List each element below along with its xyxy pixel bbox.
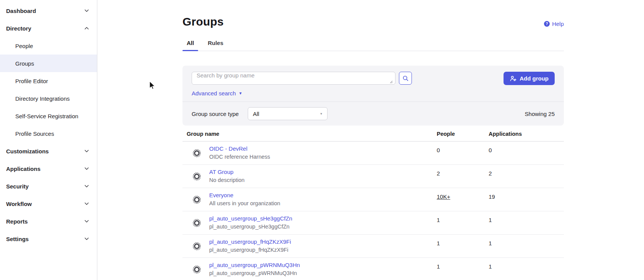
applications-count-cell: 2 — [489, 165, 564, 188]
tab-bar: AllRules — [182, 36, 564, 51]
people-count-cell: 0 — [437, 142, 489, 164]
add-group-button[interactable]: Add group — [504, 72, 555, 85]
table-row: pl_auto_usergroup_sHe3ggCfZn pl_auto_use… — [182, 211, 564, 235]
sidebar-item-groups[interactable]: Groups — [0, 55, 97, 72]
help-link-label: Help — [552, 21, 564, 27]
group-name-link[interactable]: pl_auto_usergroup_fHqZKzX9Fi — [209, 238, 291, 246]
column-header-people: People — [437, 131, 489, 137]
main-area: Groups ? Help AllRules — [98, 0, 644, 280]
applications-count-cell: 1 — [489, 211, 564, 234]
group-source-type-select[interactable]: All ▼ — [248, 107, 328, 120]
group-name-link[interactable]: pl_auto_usergroup_sHe3ggCfZn — [209, 214, 292, 223]
table-row: pl_auto_usergroup_pWRNMuQ3Hn pl_auto_use… — [182, 258, 564, 280]
group-name-cell: OIDC - DevRel OIDC reference Harness — [182, 142, 437, 164]
sidebar-item-profile-sources[interactable]: Profile Sources — [0, 125, 97, 142]
applications-count-cell: 0 — [489, 142, 564, 164]
chevron-down-icon — [84, 8, 89, 13]
people-count: 1 — [437, 240, 440, 246]
sidebar-item-customizations[interactable]: Customizations — [0, 142, 97, 160]
column-header-group-name: Group name — [182, 131, 437, 137]
group-avatar-icon — [192, 219, 201, 227]
advanced-search-link[interactable]: Advanced search ▼ — [192, 90, 242, 97]
groups-table: Group name People Applications OIDC - De… — [182, 126, 564, 280]
group-avatar-icon — [192, 195, 201, 204]
applications-count: 2 — [489, 170, 492, 177]
search-input[interactable] — [192, 72, 395, 85]
chevron-down-icon — [84, 166, 89, 171]
sidebar-item-dashboard[interactable]: Dashboard — [0, 2, 97, 19]
sidebar-item-label: Directory Integrations — [15, 95, 70, 102]
applications-count: 19 — [489, 193, 495, 200]
chevron-down-icon — [84, 201, 89, 206]
people-count: 1 — [437, 217, 440, 223]
column-header-applications: Applications — [489, 131, 564, 137]
sidebar-item-label: Applications — [6, 166, 40, 172]
applications-count-cell: 1 — [489, 235, 564, 257]
caret-down-icon: ▼ — [239, 91, 242, 95]
group-description: OIDC reference Harness — [209, 153, 270, 161]
search-field-wrap — [192, 72, 395, 86]
people-count: 0 — [437, 147, 440, 153]
table-body: OIDC - DevRel OIDC reference Harness 0 0… — [182, 142, 564, 280]
sidebar-item-label: Security — [6, 183, 29, 190]
help-link[interactable]: ? Help — [544, 21, 564, 27]
tab-rules[interactable]: Rules — [203, 36, 228, 51]
group-description: No description — [209, 176, 245, 185]
applications-count: 1 — [489, 217, 492, 223]
sidebar-item-directory[interactable]: Directory — [0, 19, 97, 37]
people-count[interactable]: 10K+ — [437, 193, 450, 200]
people-count: 2 — [437, 170, 440, 177]
chevron-down-icon — [84, 183, 89, 189]
applications-count: 0 — [489, 147, 492, 153]
group-avatar-icon — [192, 149, 201, 158]
group-description: pl_auto_usergroup_fHqZKzX9Fi — [209, 246, 291, 254]
sidebar-item-directory-integrations[interactable]: Directory Integrations — [0, 90, 97, 107]
showing-count: Showing 25 — [525, 111, 555, 117]
sidebar-item-people[interactable]: People — [0, 37, 97, 55]
sidebar-item-label: Settings — [6, 236, 29, 242]
table-row: Everyone All users in your organization … — [182, 188, 564, 211]
add-group-icon — [510, 75, 516, 82]
group-name-link[interactable]: Everyone — [209, 191, 280, 200]
people-count-cell: 10K+ — [437, 188, 489, 211]
group-source-type-label: Group source type — [192, 111, 239, 117]
chevron-down-icon — [84, 148, 89, 154]
table-header: Group name People Applications — [182, 126, 564, 142]
people-count: 1 — [437, 263, 440, 270]
sidebar-item-security[interactable]: Security — [0, 177, 97, 195]
sidebar-item-applications[interactable]: Applications — [0, 160, 97, 177]
people-count-cell: 1 — [437, 211, 489, 234]
sidebar-item-settings[interactable]: Settings — [0, 230, 97, 248]
sidebar-item-profile-editor[interactable]: Profile Editor — [0, 72, 97, 90]
sidebar-item-workflow[interactable]: Workflow — [0, 195, 97, 212]
table-row: pl_auto_usergroup_fHqZKzX9Fi pl_auto_use… — [182, 235, 564, 258]
group-description: pl_auto_usergroup_sHe3ggCfZn — [209, 223, 292, 231]
group-name-cell: AT Group No description — [182, 165, 437, 188]
sidebar-item-label: Dashboard — [6, 8, 36, 14]
tab-all[interactable]: All — [182, 36, 198, 51]
group-name-link[interactable]: AT Group — [209, 168, 245, 177]
group-name-link[interactable]: pl_auto_usergroup_pWRNMuQ3Hn — [209, 261, 300, 270]
people-count-cell: 2 — [437, 165, 489, 188]
search-filter-panel: Add group Advanced search ▼ Group source… — [182, 66, 564, 126]
sidebar-item-label: Profile Sources — [15, 130, 54, 137]
group-name-cell: pl_auto_usergroup_sHe3ggCfZn pl_auto_use… — [182, 211, 437, 234]
sidebar-item-reports[interactable]: Reports — [0, 212, 97, 230]
page-title: Groups — [182, 15, 224, 28]
group-name-link[interactable]: OIDC - DevRel — [209, 145, 270, 153]
add-group-label: Add group — [520, 75, 549, 82]
people-count-cell: 1 — [437, 258, 489, 280]
group-name-cell: pl_auto_usergroup_pWRNMuQ3Hn pl_auto_use… — [182, 258, 437, 280]
group-name-cell: Everyone All users in your organization — [182, 188, 437, 211]
sidebar-item-self-service-registration[interactable]: Self-Service Registration — [0, 107, 97, 125]
page-header: Groups ? Help — [182, 15, 564, 28]
group-avatar-icon — [192, 242, 201, 251]
table-row: AT Group No description 2 2 — [182, 165, 564, 188]
sidebar-item-label: Workflow — [6, 201, 32, 207]
applications-count: 1 — [489, 263, 492, 270]
group-name-cell: pl_auto_usergroup_fHqZKzX9Fi pl_auto_use… — [182, 235, 437, 257]
advanced-search-row: Advanced search ▼ — [182, 86, 564, 102]
selected-option: All — [253, 111, 259, 117]
admin-console-screen: Dashboard Directory People Groups Profil… — [0, 0, 644, 280]
search-button[interactable] — [399, 72, 412, 85]
